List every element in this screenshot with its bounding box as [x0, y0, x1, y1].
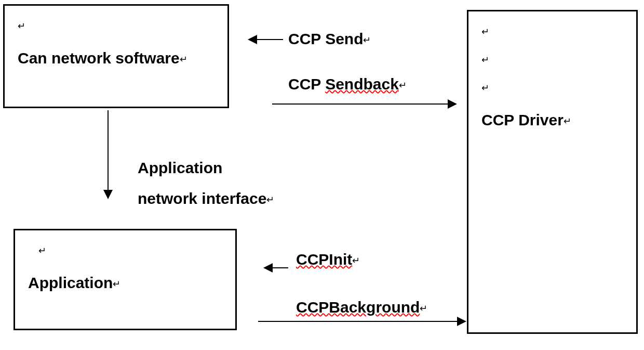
para-mark-icon: ↵ [363, 35, 371, 45]
para-mark-icon: ↵ [266, 195, 274, 205]
ccp-send-text: CCP Send [288, 30, 363, 47]
para-mark-line: ↵ [481, 50, 623, 68]
label-application-network-line2: network interface↵ [138, 190, 274, 208]
box-application: ↵ Application↵ [14, 229, 237, 330]
para-mark-icon: ↵ [564, 116, 571, 126]
box-text-can-network: Can network software↵ [18, 49, 214, 67]
ccp-sendback-wavy: Sendback [325, 75, 399, 93]
para-mark-icon: ↵ [481, 83, 489, 93]
para-mark-line: ↵ [18, 16, 214, 34]
para-mark-icon: ↵ [180, 54, 187, 64]
box-can-network-software: ↵ Can network software↵ [3, 4, 229, 108]
para-mark-icon: ↵ [420, 303, 427, 314]
box-text-application-label: Application [28, 274, 113, 291]
label-application-network-line1: Application [138, 159, 222, 177]
app-net-line2-text: network interface [138, 190, 266, 207]
para-mark-line: ↵ [481, 78, 623, 96]
app-net-line1-text: Application [138, 159, 222, 176]
para-mark-icon: ↵ [38, 245, 46, 256]
ccp-sendback-prefix: CCP [288, 75, 325, 93]
para-mark-icon: ↵ [18, 21, 25, 31]
label-ccp-sendback: CCP Sendback↵ [288, 75, 407, 93]
label-ccpinit: CCPInit↵ [296, 251, 360, 268]
para-mark-line: ↵ [28, 241, 222, 258]
para-mark-line: ↵ [481, 22, 623, 40]
ccpbackground-text: CCPBackground [296, 299, 420, 316]
para-mark-icon: ↵ [481, 55, 489, 65]
para-mark-icon: ↵ [399, 80, 407, 90]
ccpinit-text: CCPInit [296, 251, 352, 268]
para-mark-icon: ↵ [352, 255, 360, 266]
box-text-can-network-label: Can network software [18, 49, 180, 67]
para-mark-icon: ↵ [481, 27, 489, 37]
box-text-application: Application↵ [28, 274, 222, 292]
box-text-ccp-driver-label: CCP Driver [481, 111, 564, 128]
label-ccp-send: CCP Send↵ [288, 30, 371, 48]
box-ccp-driver: ↵ ↵ ↵ CCP Driver↵ [467, 10, 638, 334]
box-text-ccp-driver: CCP Driver↵ [481, 111, 623, 129]
para-mark-icon: ↵ [113, 279, 120, 289]
label-ccpbackground: CCPBackground↵ [296, 299, 427, 316]
